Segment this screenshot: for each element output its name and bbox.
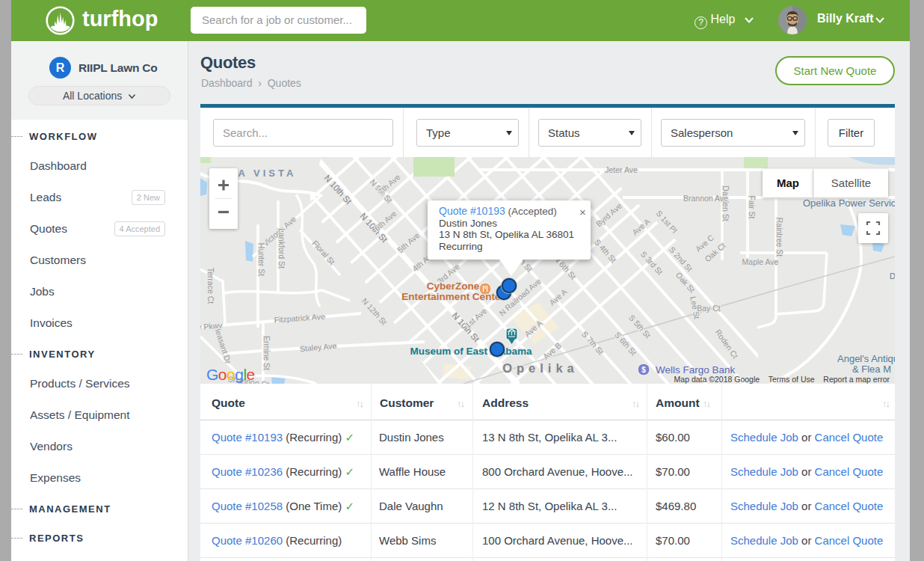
- svg-text:Museum of East Alabama: Museum of East Alabama: [410, 346, 532, 357]
- svg-text:TA VISTA: TA VISTA: [230, 168, 297, 179]
- svg-text:Terrace Ct: Terrace Ct: [206, 268, 215, 304]
- svg-text:Entertainment Center: Entertainment Center: [401, 291, 505, 302]
- svg-text:Fair St: Fair St: [748, 196, 757, 219]
- svg-text:Angel's Antiqu: Angel's Antiqu: [837, 353, 895, 364]
- svg-text:$: $: [641, 366, 646, 374]
- svg-text:Ermine St: Ermine St: [262, 336, 271, 370]
- svg-text:Raintree St: Raintree St: [775, 218, 784, 257]
- svg-text:Hunter St: Hunter St: [257, 243, 266, 276]
- svg-text:Wells Fargo Bank: Wells Fargo Bank: [656, 364, 736, 375]
- svg-text:Lankford St: Lankford St: [277, 228, 286, 269]
- svg-text:Du: Du: [890, 272, 895, 280]
- svg-text:Opelika: Opelika: [502, 361, 579, 375]
- svg-text:Darden St: Darden St: [721, 186, 730, 221]
- svg-text:Bay Ct: Bay Ct: [697, 304, 721, 313]
- svg-text:CyberZone: CyberZone: [427, 280, 480, 292]
- svg-text:& Flea M: & Flea M: [852, 364, 891, 375]
- svg-text:Brannon Ave: Brannon Ave: [683, 194, 728, 203]
- svg-text:Jeter Ave: Jeter Ave: [605, 165, 638, 174]
- svg-text:Maple Ave: Maple Ave: [742, 257, 779, 266]
- svg-text:Opelika Power Service: Opelika Power Service: [803, 197, 895, 209]
